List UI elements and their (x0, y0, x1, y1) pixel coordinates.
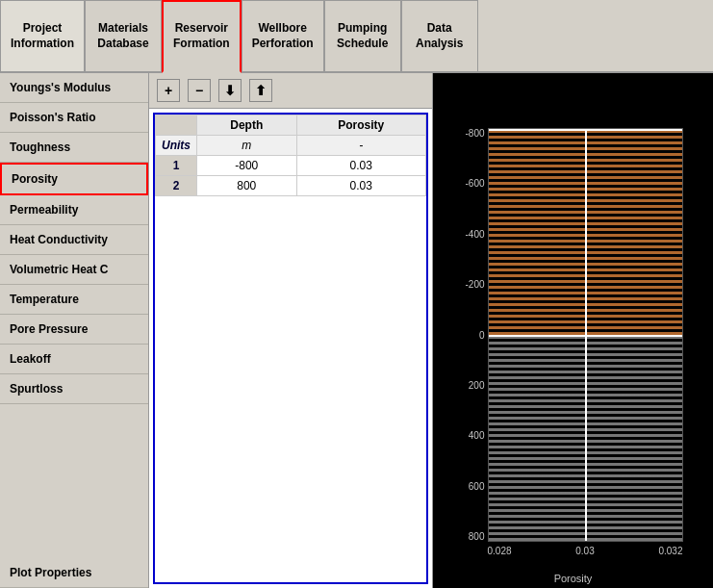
sidebar-item-volumetric-heat[interactable]: Volumetric Heat C (0, 255, 148, 285)
units-porosity[interactable]: - (296, 136, 425, 156)
chart-panel: -800 -600 -400 -200 0 200 400 600 800 (433, 73, 713, 588)
y-label-1: -800 (465, 128, 484, 139)
tab-wellbore-perforation[interactable]: Wellbore Perforation (242, 0, 324, 71)
cell-depth-2[interactable]: 800 (197, 176, 297, 196)
cell-porosity-1[interactable]: 0.03 (296, 156, 425, 176)
chart-x-title: Porosity (554, 573, 593, 584)
sidebar-item-permeability[interactable]: Permeability (0, 195, 148, 225)
main-content: Youngs's Modulus Poisson's Ratio Toughne… (0, 73, 713, 588)
units-depth[interactable]: m (197, 136, 297, 156)
data-toolbar: + − ⬇ ⬆ (149, 73, 432, 109)
right-bound-line (585, 129, 587, 541)
sidebar-item-heat-conductivity[interactable]: Heat Conductivity (0, 225, 148, 255)
y-label-4: -200 (465, 279, 484, 290)
sidebar-item-porosity[interactable]: Porosity (0, 163, 148, 195)
y-label-8: 600 (469, 481, 485, 492)
table-row: 2 800 0.03 (156, 176, 426, 196)
y-axis: -800 -600 -400 -200 0 200 400 600 800 (454, 128, 488, 542)
cell-porosity-2[interactable]: 0.03 (296, 176, 425, 196)
y-label-6: 200 (469, 380, 485, 391)
table-row-units: Units m - (156, 136, 426, 156)
sidebar-item-pore-pressure[interactable]: Pore Pressure (0, 315, 148, 345)
sidebar-item-plot-properties[interactable]: Plot Properties (0, 558, 148, 588)
y-label-5: 0 (479, 330, 485, 341)
table-header-index (156, 115, 197, 136)
tab-project-information[interactable]: Project Information (0, 0, 85, 71)
x-axis: 0.028 0.03 0.032 (488, 542, 683, 571)
sidebar: Youngs's Modulus Poisson's Ratio Toughne… (0, 73, 149, 588)
sidebar-item-spurtloss[interactable]: Spurtloss (0, 374, 148, 404)
sidebar-item-toughness[interactable]: Toughness (0, 133, 148, 163)
table-header-depth: Depth (197, 115, 297, 136)
y-label-2: -600 (465, 178, 484, 189)
x-label-3: 0.032 (658, 546, 682, 556)
sidebar-item-leakoff[interactable]: Leakoff (0, 345, 148, 374)
tab-data-analysis[interactable]: Data Analysis (401, 0, 478, 71)
table-header-porosity: Porosity (296, 115, 425, 136)
tab-pumping-schedule[interactable]: Pumping Schedule (324, 0, 401, 71)
units-label: Units (156, 136, 197, 156)
add-row-button[interactable]: + (157, 79, 180, 102)
x-label-1: 0.028 (488, 546, 512, 556)
y-label-7: 400 (469, 430, 485, 441)
data-table-container: Depth Porosity Units m - 1 -800 0.03 (153, 113, 428, 584)
sidebar-item-temperature[interactable]: Temperature (0, 285, 148, 315)
data-table: Depth Porosity Units m - 1 -800 0.03 (155, 115, 426, 196)
x-label-2: 0.03 (575, 546, 594, 556)
tab-materials-database[interactable]: Materials Database (85, 0, 162, 71)
center-panel: + − ⬇ ⬆ Depth Porosity (149, 73, 433, 588)
row-index-1: 1 (156, 156, 197, 176)
export-button[interactable]: ⬆ (249, 79, 272, 102)
y-label-3: -400 (465, 229, 484, 240)
cell-depth-1[interactable]: -800 (197, 156, 297, 176)
table-row: 1 -800 0.03 (156, 156, 426, 176)
chart-area: -800 -600 -400 -200 0 200 400 600 800 (454, 118, 693, 571)
tab-bar: Project Information Materials Database R… (0, 0, 713, 73)
remove-row-button[interactable]: − (188, 79, 211, 102)
chart-inner (488, 128, 683, 542)
import-button[interactable]: ⬇ (218, 79, 242, 102)
sidebar-item-poissons-ratio[interactable]: Poisson's Ratio (0, 103, 148, 133)
y-label-9: 800 (469, 531, 485, 542)
row-index-2: 2 (156, 176, 197, 196)
tab-reservoir-formation[interactable]: Reservoir Formation (162, 0, 242, 73)
sidebar-item-youngs-modulus[interactable]: Youngs's Modulus (0, 73, 148, 103)
